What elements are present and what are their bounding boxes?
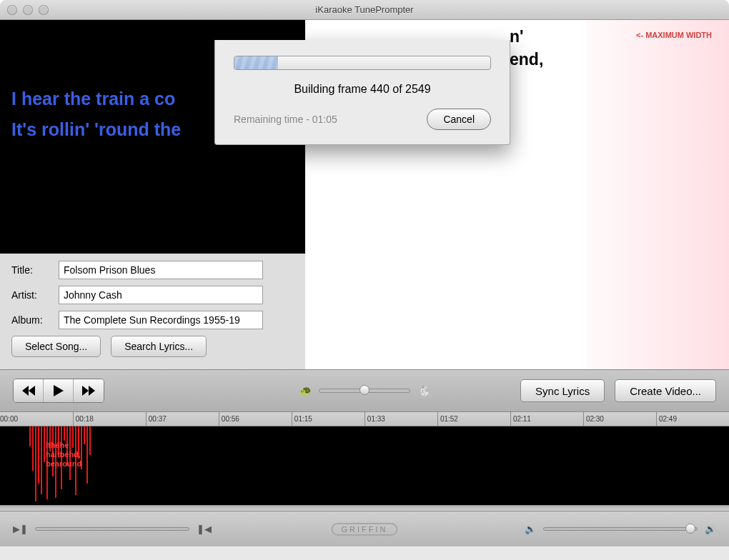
svg-marker-4 [89, 386, 95, 396]
title-input[interactable] [59, 261, 263, 279]
window-title: iKaraoke TunePrompter [0, 4, 729, 15]
artist-input[interactable] [59, 286, 263, 304]
play-button[interactable] [44, 379, 74, 402]
fast-icon: 🐇 [417, 385, 430, 396]
trim-end-icon: ❚◀ [197, 524, 212, 534]
progress-dialog: Building frame 440 of 2549 Remaining tim… [214, 40, 510, 145]
slider-knob[interactable] [685, 524, 695, 534]
time-tick: 00:00 [0, 412, 73, 426]
forward-button[interactable] [74, 379, 104, 402]
time-tick: 02:11 [510, 412, 583, 426]
album-input[interactable] [59, 311, 263, 329]
trim-start-icon: ▶❚ [13, 524, 28, 534]
svg-marker-1 [29, 386, 35, 396]
time-tick: 01:33 [364, 412, 437, 426]
volume-high-icon: 🔊 [705, 524, 716, 534]
footer-bar: ▶❚ ❚◀ GRIFFIN 🔈 🔊 [0, 511, 729, 546]
brand-badge: GRIFFIN [332, 523, 398, 536]
progress-bar [234, 56, 491, 70]
editor-line: n' [510, 27, 524, 46]
maximum-width-label: <- MAXIMUM WIDTH [636, 31, 712, 39]
volume-slider[interactable] [543, 527, 698, 531]
title-bar: iKaraoke TunePrompter [0, 0, 729, 20]
artist-label: Artist: [11, 289, 59, 301]
select-song-button[interactable]: Select Song... [11, 336, 101, 357]
volume-low-icon: 🔈 [525, 524, 536, 534]
editor-line: end, [510, 50, 543, 69]
search-lyrics-button[interactable]: Search Lyrics... [111, 336, 207, 357]
remaining-time: Remaining time - 01:05 [234, 114, 337, 125]
time-tick: 02:49 [656, 412, 729, 426]
create-video-button[interactable]: Create Video... [615, 379, 716, 402]
slider-knob[interactable] [359, 385, 370, 395]
speed-slider[interactable]: 🐢 🐇 [299, 385, 430, 396]
album-label: Album: [11, 314, 59, 326]
rewind-button[interactable] [14, 379, 44, 402]
time-tick: 02:30 [583, 412, 656, 426]
time-ruler[interactable]: 00:00 00:18 00:37 00:56 01:15 01:33 01:5… [0, 412, 729, 426]
trim-slider[interactable] [35, 527, 189, 531]
title-label: Title: [11, 264, 59, 276]
time-tick: 00:37 [146, 412, 219, 426]
time-tick: 01:52 [437, 412, 510, 426]
time-tick: 00:56 [219, 412, 292, 426]
svg-marker-3 [82, 386, 89, 396]
sync-lyrics-button[interactable]: Sync Lyrics [520, 379, 605, 402]
waveform-track[interactable]: Ithéhe háítbéhd, bearound [0, 426, 729, 505]
waveform-labels: Ithéhe háítbéhd, bearound [46, 441, 81, 469]
svg-marker-2 [54, 385, 64, 396]
cancel-button[interactable]: Cancel [427, 109, 491, 130]
time-tick: 01:15 [292, 412, 364, 426]
svg-marker-0 [22, 386, 29, 396]
dialog-message: Building frame 440 of 2549 [234, 83, 491, 96]
maximum-width-indicator [586, 20, 729, 369]
slow-icon: 🐢 [299, 385, 312, 396]
time-tick: 00:18 [73, 412, 146, 426]
